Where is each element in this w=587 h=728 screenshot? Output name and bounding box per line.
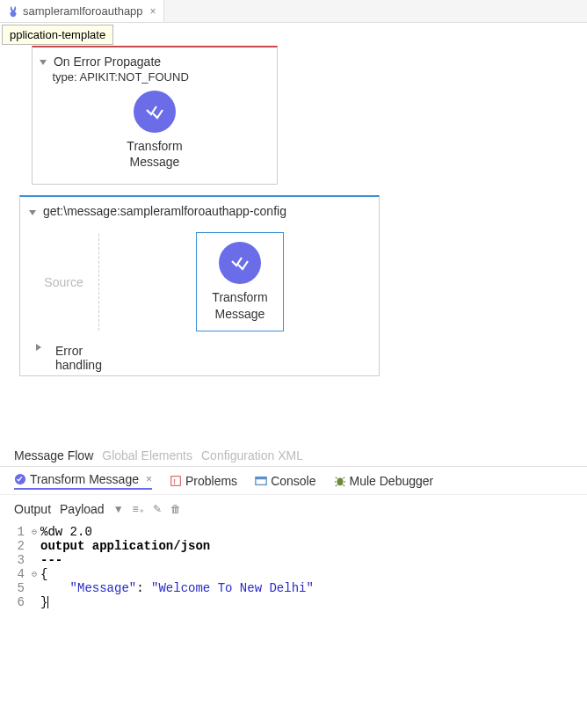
expand-icon[interactable]: ≡₊ [133,503,144,515]
problems-icon: ! [170,475,182,487]
error-flow-box[interactable]: On Error Propagate type: APIKIT:NOT_FOUN… [32,46,278,185]
tab-console[interactable]: Console [255,474,315,488]
console-icon [255,475,267,487]
panel-tabs: Transform Message × ! Problems Console M… [0,467,587,495]
transform-message-node[interactable]: TransformMessage [111,91,199,170]
svg-text:!: ! [173,477,175,485]
flow-title: get:\message:sampleramlforoauthapp-confi… [43,204,286,218]
tab-transform-message[interactable]: Transform Message × [14,472,152,490]
delete-icon[interactable]: 🗑 [170,503,181,515]
transform-icon [134,91,176,133]
error-flow-title: On Error Propagate [54,55,161,69]
collapse-toggle-icon[interactable] [40,60,47,65]
output-label: Output [14,502,51,516]
collapse-toggle-icon[interactable] [29,210,36,215]
dropdown-icon[interactable]: ▼ [113,503,124,515]
bug-icon [334,475,346,487]
bottom-panel: Transform Message × ! Problems Console M… [0,466,587,618]
main-flow-box[interactable]: get:\message:sampleramlforoauthapp-confi… [19,195,380,375]
transform-message-node-selected[interactable]: TransformMessage [196,232,284,331]
source-drop-area[interactable]: Source [29,234,99,331]
edit-icon[interactable]: ✎ [153,503,162,515]
tab-mule-debugger[interactable]: Mule Debugger [334,474,434,488]
svg-point-5 [337,477,343,485]
expand-toggle-icon[interactable] [36,344,41,351]
tab-message-flow[interactable]: Message Flow [14,448,93,462]
output-toolbar: Output Payload ▼ ≡₊ ✎ 🗑 [0,495,587,523]
tab-global-elements[interactable]: Global Elements [102,448,192,462]
payload-label: Payload [60,502,105,516]
svg-rect-4 [256,477,266,479]
error-handling-section[interactable]: Error handling [29,339,370,372]
code-editor[interactable]: 1⊖%dw 2.0 2output application/json 3--- … [0,523,587,618]
editor-file-tabs: sampleramlforoauthapp × [0,0,587,23]
close-icon[interactable]: × [150,5,156,18]
file-tab-label: sampleramlforoauthapp [23,4,143,18]
transform-icon [219,242,261,284]
error-flow-subtitle: type: APIKIT:NOT_FOUND [52,70,188,84]
file-tab[interactable]: sampleramlforoauthapp × [0,0,164,22]
flow-canvas[interactable]: On Error Propagate type: APIKIT:NOT_FOUN… [0,23,587,445]
tooltip: pplication-template [2,25,113,45]
rabbit-icon [7,5,19,18]
close-icon[interactable]: × [146,473,152,485]
svg-rect-1 [171,476,181,485]
editor-view-tabs: Message Flow Global Elements Configurati… [0,445,587,466]
tab-configuration-xml[interactable]: Configuration XML [201,448,303,462]
tab-problems[interactable]: ! Problems [170,474,237,488]
transform-icon [14,473,26,485]
process-area[interactable]: TransformMessage [110,225,370,338]
